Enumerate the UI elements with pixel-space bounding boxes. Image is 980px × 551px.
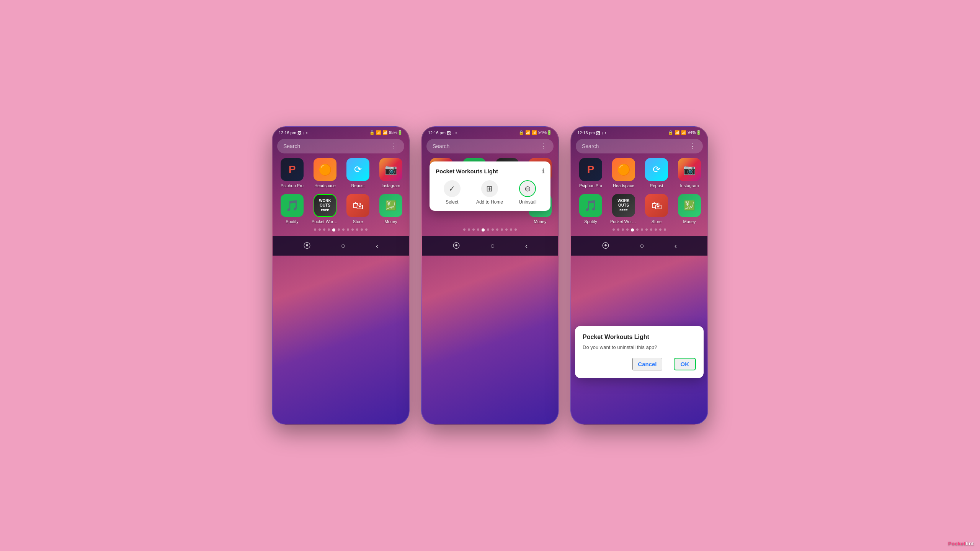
nav-recent-1[interactable]: ⦿	[303, 241, 311, 250]
status-bar-1: 12:16 pm 🖼 ↓ • 🔒 📶 📶 95%🔋	[273, 127, 409, 137]
dot-1-9	[356, 228, 358, 231]
status-time-2: 12:16 pm 🖼 ↓ •	[428, 130, 457, 135]
app-icon-instagram-1: 📷	[379, 158, 402, 181]
app-repost-1[interactable]: ⟳ Repost	[345, 158, 371, 188]
dot-3-9	[655, 228, 657, 231]
status-icons-2: 🔒 📶 📶 94%🔋	[519, 130, 552, 135]
search-menu-3[interactable]: ⋮	[689, 142, 697, 150]
app-label-workout-3: Pocket Workou...	[610, 219, 637, 224]
status-bar-3: 12:16 pm 🖼 ↓ • 🔒 📶 📶 94%🔋	[571, 127, 707, 137]
nav-home-1[interactable]: ○	[341, 241, 346, 250]
nav-recent-3[interactable]: ⦿	[602, 241, 609, 250]
app-label-workout-1: Pocket Workou...	[312, 219, 338, 224]
select-label: Select	[446, 199, 458, 205]
status-bar-2: 12:16 pm 🖼 ↓ • 🔒 📶 📶 94%🔋	[422, 127, 558, 137]
dot-3-4	[631, 228, 634, 231]
dot-1-1	[318, 228, 321, 231]
app-money-1[interactable]: 💹 Money	[377, 194, 404, 224]
app-label-instagram-3: Instagram	[676, 183, 703, 188]
dot-2-7	[496, 228, 498, 231]
search-bar-3[interactable]: Search ⋮	[576, 139, 703, 153]
context-info-icon-2[interactable]: ℹ	[542, 168, 544, 175]
search-bar-2[interactable]: Search ⋮	[426, 139, 554, 153]
select-icon: ✓	[449, 184, 455, 193]
nav-bar-1: ⦿ ○ ‹	[273, 236, 409, 256]
nav-bar-3: ⦿ ○ ‹	[571, 236, 707, 256]
nav-back-1[interactable]: ‹	[376, 241, 379, 250]
context-action-uninstall[interactable]: ⊖ Uninstall	[519, 180, 536, 205]
app-icon-spotify-1: 🎵	[281, 194, 304, 217]
workout-icon-text-3: WORKOUTSFREE	[617, 199, 630, 212]
app-psiphon-3[interactable]: P Psiphon Pro	[577, 158, 604, 188]
app-store-3[interactable]: 🛍 Store	[643, 194, 670, 224]
app-icon-store-3: 🛍	[645, 194, 668, 217]
dot-3-5	[636, 228, 639, 231]
uninstall-icon: ⊖	[524, 184, 531, 193]
dialog-title: Pocket Workouts Light	[583, 334, 696, 341]
app-spotify-3[interactable]: 🎵 Spotify	[577, 194, 604, 224]
dialog-ok-button[interactable]: OK	[674, 358, 696, 370]
dot-2-8	[501, 228, 503, 231]
status-icons-3: 🔒 📶 📶 94%🔋	[668, 130, 701, 135]
dot-2-6	[492, 228, 494, 231]
dot-3-7	[645, 228, 648, 231]
app-headspace-3[interactable]: 🟠 Headspace	[610, 158, 637, 188]
app-instagram-3[interactable]: 📷 Instagram	[676, 158, 703, 188]
nav-recent-2[interactable]: ⦿	[452, 241, 460, 250]
dot-2-0	[463, 228, 466, 231]
nav-home-2[interactable]: ○	[490, 241, 495, 250]
app-label-repost-3: Repost	[643, 183, 670, 188]
dot-2-10	[510, 228, 512, 231]
app-icon-money-1: 💹	[379, 194, 402, 217]
context-action-add-home[interactable]: ⊞ Add to Home	[476, 180, 503, 205]
search-bar-1[interactable]: Search ⋮	[277, 139, 404, 153]
app-label-spotify-3: Spotify	[577, 219, 604, 224]
app-store-1[interactable]: 🛍 Store	[345, 194, 371, 224]
app-headspace-1[interactable]: 🟠 Headspace	[312, 158, 338, 188]
search-menu-2[interactable]: ⋮	[540, 142, 547, 150]
app-grid-3: P Psiphon Pro 🟠 Headspace ⟳ Repost 📷 Ins…	[571, 158, 707, 224]
dialog-message: Do you want to uninstall this app?	[583, 344, 696, 350]
app-icon-workout-1: WORKOUTSFREE	[314, 194, 336, 217]
phone-2: 12:16 pm 🖼 ↓ • 🔒 📶 📶 94%🔋 Search ⋮ Pocke…	[421, 126, 559, 425]
watermark-pocket: Pocket	[948, 541, 966, 546]
app-repost-3[interactable]: ⟳ Repost	[643, 158, 670, 188]
app-label-money-3: Money	[676, 219, 703, 224]
app-spotify-1[interactable]: 🎵 Spotify	[279, 194, 305, 224]
app-label-repost-1: Repost	[345, 183, 371, 188]
dot-1-10	[361, 228, 363, 231]
app-workout-3[interactable]: WORKOUTSFREE Pocket Workou...	[610, 194, 637, 224]
app-workout-1[interactable]: WORKOUTSFREE Pocket Workou...	[312, 194, 338, 224]
context-title-text-2: Pocket Workouts Light	[436, 168, 498, 174]
dialog-cancel-button[interactable]: Cancel	[632, 358, 662, 370]
search-placeholder-2: Search	[433, 143, 449, 149]
status-time-3: 12:16 pm 🖼 ↓ •	[577, 130, 606, 135]
app-instagram-1[interactable]: 📷 Instagram	[377, 158, 404, 188]
add-home-icon-circle: ⊞	[481, 180, 498, 197]
app-icon-repost-3: ⟳	[645, 158, 668, 181]
phone-3: 12:16 pm 🖼 ↓ • 🔒 📶 📶 94%🔋 Search ⋮ P Psi…	[570, 126, 708, 425]
context-actions-2: ✓ Select ⊞ Add to Home ⊖ Uninstall	[436, 180, 544, 205]
app-icon-spotify-3: 🎵	[579, 194, 602, 217]
dot-1-5	[338, 228, 340, 231]
app-label-headspace-3: Headspace	[610, 183, 637, 188]
dot-3-0	[612, 228, 615, 231]
context-menu-2[interactable]: Pocket Workouts Light ℹ ✓ Select ⊞ Add t…	[430, 161, 550, 211]
app-icon-workout-3: WORKOUTSFREE	[612, 194, 635, 217]
nav-back-3[interactable]: ‹	[675, 241, 677, 250]
app-icon-psiphon-3: P	[579, 158, 602, 181]
app-label-store-1: Store	[345, 219, 371, 224]
app-psiphon-1[interactable]: P Psiphon Pro	[279, 158, 305, 188]
app-money-3[interactable]: 💹 Money	[676, 194, 703, 224]
dot-2-3	[477, 228, 479, 231]
context-action-select[interactable]: ✓ Select	[444, 180, 461, 205]
dot-2-5	[487, 228, 489, 231]
add-home-icon: ⊞	[486, 184, 493, 193]
context-menu-title-2: Pocket Workouts Light ℹ	[436, 168, 544, 175]
nav-back-2[interactable]: ‹	[525, 241, 528, 250]
nav-home-3[interactable]: ○	[640, 241, 644, 250]
search-menu-1[interactable]: ⋮	[390, 142, 398, 150]
dot-2-1	[468, 228, 470, 231]
app-label-psiphon-3: Psiphon Pro	[577, 183, 604, 188]
app-label-money-2: Money	[527, 219, 554, 224]
